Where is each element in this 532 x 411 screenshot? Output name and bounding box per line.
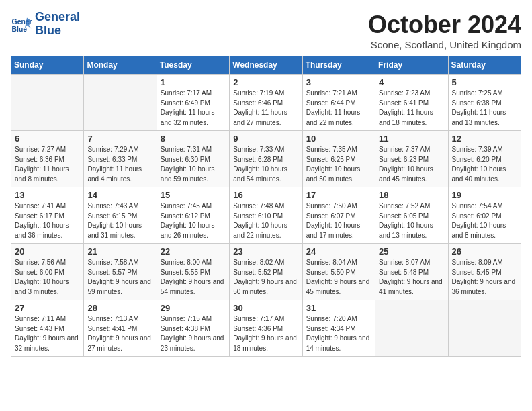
day-detail: Sunrise: 7:23 AM Sunset: 6:41 PM Dayligh… xyxy=(379,89,444,128)
day-number: 18 xyxy=(379,190,444,200)
page-header: General Blue General Blue October 2024 S… xyxy=(11,11,521,50)
calendar-day-cell: 17Sunrise: 7:50 AM Sunset: 6:07 PM Dayli… xyxy=(302,187,375,244)
day-number: 19 xyxy=(452,190,517,200)
day-detail: Sunrise: 7:17 AM Sunset: 6:49 PM Dayligh… xyxy=(161,89,226,128)
calendar-day-cell: 25Sunrise: 8:07 AM Sunset: 5:48 PM Dayli… xyxy=(375,244,448,300)
day-number: 29 xyxy=(161,303,226,313)
day-number: 9 xyxy=(233,134,298,144)
day-number: 4 xyxy=(379,77,444,87)
calendar-day-cell xyxy=(375,300,448,357)
day-of-week-header: Wednesday xyxy=(230,56,302,75)
day-number: 28 xyxy=(87,303,152,313)
calendar-table: SundayMondayTuesdayWednesdayThursdayFrid… xyxy=(11,56,521,357)
calendar-day-cell: 26Sunrise: 8:09 AM Sunset: 5:45 PM Dayli… xyxy=(448,244,521,300)
day-detail: Sunrise: 8:02 AM Sunset: 5:52 PM Dayligh… xyxy=(233,258,298,297)
calendar-day-cell: 8Sunrise: 7:31 AM Sunset: 6:30 PM Daylig… xyxy=(157,131,229,187)
day-number: 12 xyxy=(452,134,517,144)
title-block: October 2024 Scone, Scotland, United Kin… xyxy=(368,11,521,50)
day-detail: Sunrise: 7:50 AM Sunset: 6:07 PM Dayligh… xyxy=(306,201,371,240)
day-of-week-header: Thursday xyxy=(302,56,375,75)
day-number: 24 xyxy=(306,246,371,257)
day-detail: Sunrise: 7:39 AM Sunset: 6:20 PM Dayligh… xyxy=(452,145,517,184)
day-number: 11 xyxy=(379,134,444,144)
day-detail: Sunrise: 7:27 AM Sunset: 6:36 PM Dayligh… xyxy=(15,145,80,184)
logo-line2: Blue xyxy=(35,24,61,37)
day-number: 31 xyxy=(306,303,371,313)
day-detail: Sunrise: 7:41 AM Sunset: 6:17 PM Dayligh… xyxy=(15,201,80,240)
day-number: 3 xyxy=(306,77,371,87)
calendar-day-cell: 11Sunrise: 7:37 AM Sunset: 6:23 PM Dayli… xyxy=(375,131,448,187)
calendar-day-cell: 24Sunrise: 8:04 AM Sunset: 5:50 PM Dayli… xyxy=(302,244,375,300)
calendar-week-row: 27Sunrise: 7:11 AM Sunset: 4:43 PM Dayli… xyxy=(11,300,521,357)
day-detail: Sunrise: 7:48 AM Sunset: 6:10 PM Dayligh… xyxy=(233,201,298,240)
calendar-day-cell xyxy=(84,75,157,131)
calendar-day-cell: 28Sunrise: 7:13 AM Sunset: 4:41 PM Dayli… xyxy=(84,300,157,357)
day-number: 2 xyxy=(233,77,298,87)
calendar-day-cell: 14Sunrise: 7:43 AM Sunset: 6:15 PM Dayli… xyxy=(84,187,157,244)
calendar-day-cell: 13Sunrise: 7:41 AM Sunset: 6:17 PM Dayli… xyxy=(11,187,84,244)
calendar-header: SundayMondayTuesdayWednesdayThursdayFrid… xyxy=(11,56,521,75)
calendar-day-cell: 6Sunrise: 7:27 AM Sunset: 6:36 PM Daylig… xyxy=(11,131,84,187)
day-detail: Sunrise: 7:21 AM Sunset: 6:44 PM Dayligh… xyxy=(306,89,371,128)
day-detail: Sunrise: 7:11 AM Sunset: 4:43 PM Dayligh… xyxy=(15,314,80,353)
logo: General Blue General Blue xyxy=(11,11,80,38)
calendar-day-cell: 30Sunrise: 7:17 AM Sunset: 4:36 PM Dayli… xyxy=(230,300,302,357)
calendar-day-cell: 16Sunrise: 7:48 AM Sunset: 6:10 PM Dayli… xyxy=(230,187,302,244)
day-number: 26 xyxy=(452,246,517,257)
calendar-day-cell: 18Sunrise: 7:52 AM Sunset: 6:05 PM Dayli… xyxy=(375,187,448,244)
calendar-day-cell: 21Sunrise: 7:58 AM Sunset: 5:57 PM Dayli… xyxy=(84,244,157,300)
calendar-day-cell: 5Sunrise: 7:25 AM Sunset: 6:38 PM Daylig… xyxy=(448,75,521,131)
calendar-day-cell: 23Sunrise: 8:02 AM Sunset: 5:52 PM Dayli… xyxy=(230,244,302,300)
day-of-week-header: Tuesday xyxy=(157,56,229,75)
day-of-week-header: Sunday xyxy=(11,56,84,75)
day-detail: Sunrise: 7:25 AM Sunset: 6:38 PM Dayligh… xyxy=(452,89,517,128)
day-detail: Sunrise: 8:00 AM Sunset: 5:55 PM Dayligh… xyxy=(161,258,226,297)
day-detail: Sunrise: 7:54 AM Sunset: 6:02 PM Dayligh… xyxy=(452,201,517,240)
day-detail: Sunrise: 7:29 AM Sunset: 6:33 PM Dayligh… xyxy=(87,145,152,184)
calendar-day-cell: 19Sunrise: 7:54 AM Sunset: 6:02 PM Dayli… xyxy=(448,187,521,244)
day-detail: Sunrise: 7:37 AM Sunset: 6:23 PM Dayligh… xyxy=(379,145,444,184)
day-number: 17 xyxy=(306,190,371,200)
day-number: 27 xyxy=(15,303,80,313)
svg-text:Blue: Blue xyxy=(12,26,28,33)
calendar-day-cell xyxy=(11,75,84,131)
day-number: 10 xyxy=(306,134,371,144)
day-of-week-header: Saturday xyxy=(448,56,521,75)
calendar-day-cell: 22Sunrise: 8:00 AM Sunset: 5:55 PM Dayli… xyxy=(157,244,229,300)
day-number: 5 xyxy=(452,77,517,87)
logo-line1: General xyxy=(35,10,80,24)
day-detail: Sunrise: 7:43 AM Sunset: 6:15 PM Dayligh… xyxy=(87,201,152,240)
day-number: 23 xyxy=(233,246,298,257)
calendar-day-cell xyxy=(448,300,521,357)
day-detail: Sunrise: 7:56 AM Sunset: 6:00 PM Dayligh… xyxy=(15,258,80,297)
calendar-day-cell: 10Sunrise: 7:35 AM Sunset: 6:25 PM Dayli… xyxy=(302,131,375,187)
day-detail: Sunrise: 7:33 AM Sunset: 6:28 PM Dayligh… xyxy=(233,145,298,184)
calendar-body: 1Sunrise: 7:17 AM Sunset: 6:49 PM Daylig… xyxy=(11,75,521,357)
day-detail: Sunrise: 7:31 AM Sunset: 6:30 PM Dayligh… xyxy=(161,145,226,184)
day-detail: Sunrise: 7:13 AM Sunset: 4:41 PM Dayligh… xyxy=(87,314,152,353)
day-detail: Sunrise: 7:20 AM Sunset: 4:34 PM Dayligh… xyxy=(306,314,371,353)
day-number: 1 xyxy=(161,77,226,87)
month-title: October 2024 xyxy=(368,11,521,39)
calendar-day-cell: 29Sunrise: 7:15 AM Sunset: 4:38 PM Dayli… xyxy=(157,300,229,357)
day-of-week-header: Monday xyxy=(84,56,157,75)
calendar-week-row: 6Sunrise: 7:27 AM Sunset: 6:36 PM Daylig… xyxy=(11,131,521,187)
calendar-day-cell: 27Sunrise: 7:11 AM Sunset: 4:43 PM Dayli… xyxy=(11,300,84,357)
calendar-day-cell: 31Sunrise: 7:20 AM Sunset: 4:34 PM Dayli… xyxy=(302,300,375,357)
day-number: 13 xyxy=(15,190,80,200)
calendar-day-cell: 4Sunrise: 7:23 AM Sunset: 6:41 PM Daylig… xyxy=(375,75,448,131)
day-number: 25 xyxy=(379,246,444,257)
calendar-day-cell: 7Sunrise: 7:29 AM Sunset: 6:33 PM Daylig… xyxy=(84,131,157,187)
day-number: 30 xyxy=(233,303,298,313)
day-number: 15 xyxy=(161,190,226,200)
day-number: 16 xyxy=(233,190,298,200)
day-header-row: SundayMondayTuesdayWednesdayThursdayFrid… xyxy=(11,56,521,75)
day-detail: Sunrise: 8:09 AM Sunset: 5:45 PM Dayligh… xyxy=(452,258,517,297)
calendar-day-cell: 12Sunrise: 7:39 AM Sunset: 6:20 PM Dayli… xyxy=(448,131,521,187)
day-number: 20 xyxy=(15,246,80,257)
day-detail: Sunrise: 8:07 AM Sunset: 5:48 PM Dayligh… xyxy=(379,258,444,297)
calendar-week-row: 1Sunrise: 7:17 AM Sunset: 6:49 PM Daylig… xyxy=(11,75,521,131)
day-detail: Sunrise: 8:04 AM Sunset: 5:50 PM Dayligh… xyxy=(306,258,371,297)
day-detail: Sunrise: 7:58 AM Sunset: 5:57 PM Dayligh… xyxy=(87,258,152,297)
calendar-day-cell: 2Sunrise: 7:19 AM Sunset: 6:46 PM Daylig… xyxy=(230,75,302,131)
